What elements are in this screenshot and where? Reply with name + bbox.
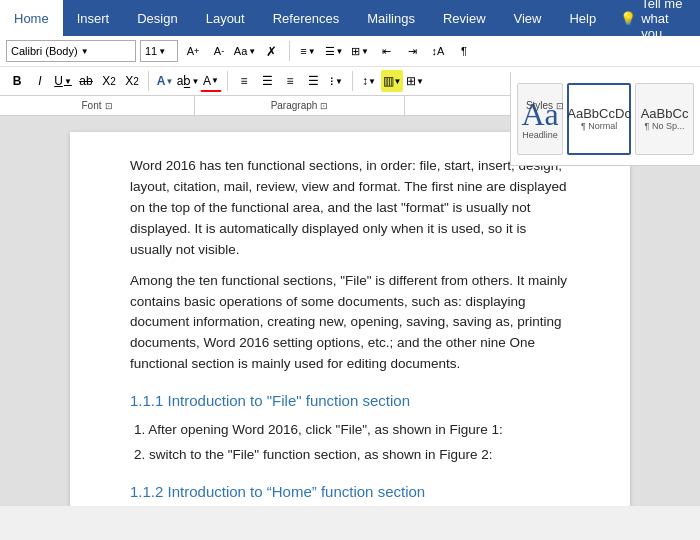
menu-tab-layout[interactable]: Layout: [192, 0, 259, 36]
headline-style[interactable]: Aa Headline: [517, 83, 563, 155]
text-highlight-button[interactable]: ab̲▼: [177, 70, 199, 92]
ribbon: Calibri (Body) ▼ 11 ▼ A+ A- Aa▼ ✗ ≡▼ ☰▼ …: [0, 36, 700, 116]
font-name-selector[interactable]: Calibri (Body) ▼: [6, 40, 136, 62]
menu-tab-design[interactable]: Design: [123, 0, 191, 36]
section-heading-1: 1.1.1 Introduction to "File" function se…: [130, 389, 570, 412]
tell-me-bar[interactable]: 💡 Tell me what you: [610, 0, 700, 36]
superscript-button[interactable]: X2: [121, 70, 143, 92]
paragraph-section-label[interactable]: Paragraph ⊡: [195, 96, 405, 115]
show-marks-button[interactable]: ¶: [453, 40, 475, 62]
font-color-button[interactable]: A▼: [200, 70, 222, 92]
shading-button[interactable]: ▥▼: [381, 70, 403, 92]
styles-section-label[interactable]: Styles ⊡: [405, 96, 685, 115]
spacing-group: ↕▼ ▥▼ ⊞▼: [358, 70, 426, 92]
paragraph-label-text: Paragraph: [271, 100, 318, 111]
decrease-indent-button[interactable]: ⇤: [375, 40, 397, 62]
sep3: [227, 71, 228, 91]
styles-panel: Aa Headline AaBbCcDc ¶ Normal AaBbCc ¶ N…: [510, 72, 700, 166]
menu-tab-view[interactable]: View: [500, 0, 556, 36]
paragraph-1: Word 2016 has ten functional sections, i…: [130, 156, 570, 261]
styles-expand-icon[interactable]: ⊡: [556, 101, 564, 111]
ribbon-row1: Calibri (Body) ▼ 11 ▼ A+ A- Aa▼ ✗ ≡▼ ☰▼ …: [0, 36, 700, 67]
font-label-text: Font: [81, 100, 101, 111]
underline-button[interactable]: U▼: [52, 70, 74, 92]
italic-button[interactable]: I: [29, 70, 51, 92]
text-effects-group: A▼ ab̲▼ A▼: [154, 70, 222, 92]
strikethrough-button[interactable]: ab: [75, 70, 97, 92]
menu-tab-insert[interactable]: Insert: [63, 0, 124, 36]
align-left-button[interactable]: ≡: [233, 70, 255, 92]
font-size-value: 11: [145, 45, 157, 57]
clear-format-button[interactable]: ✗: [260, 40, 282, 62]
text-effects-button[interactable]: A▼: [154, 70, 176, 92]
line-spacing-button[interactable]: ↕▼: [358, 70, 380, 92]
columns-button[interactable]: ⫶▼: [325, 70, 347, 92]
sep4: [352, 71, 353, 91]
bullet-list-button[interactable]: ≡▼: [297, 40, 319, 62]
paragraph-2: Among the ten functional sections, "File…: [130, 271, 570, 376]
border-button[interactable]: ⊞▼: [404, 70, 426, 92]
no-spacing-style-label: ¶ No Sp...: [645, 121, 685, 131]
font-name-dropdown-icon[interactable]: ▼: [81, 47, 89, 56]
align-group: ≡ ☰ ≡ ☰ ⫶▼: [233, 70, 347, 92]
menu-tab-home[interactable]: Home: [0, 0, 63, 36]
align-center-button[interactable]: ☰: [256, 70, 278, 92]
styles-label-text: Styles: [526, 100, 553, 111]
justify-button[interactable]: ☰: [302, 70, 324, 92]
format-group: B I U▼ ab X2 X2: [6, 70, 143, 92]
font-grow-button[interactable]: A+: [182, 40, 204, 62]
ribbon-sections: Font ⊡ Paragraph ⊡ Styles ⊡: [0, 95, 700, 115]
multilevel-list-button[interactable]: ⊞▼: [349, 40, 371, 62]
font-expand-icon[interactable]: ⊡: [105, 101, 113, 111]
headline-label: Headline: [522, 130, 558, 140]
font-shrink-button[interactable]: A-: [208, 40, 230, 62]
normal-style-label: ¶ Normal: [581, 121, 617, 131]
change-case-button[interactable]: Aa▼: [234, 40, 256, 62]
no-spacing-style[interactable]: AaBbCc ¶ No Sp...: [635, 83, 694, 155]
font-section-label[interactable]: Font ⊡: [0, 96, 195, 115]
menu-tab-review[interactable]: Review: [429, 0, 500, 36]
sep1: [289, 41, 290, 61]
paragraph-expand-icon[interactable]: ⊡: [320, 101, 328, 111]
sep2: [148, 71, 149, 91]
document-page[interactable]: Word 2016 has ten functional sections, i…: [70, 132, 630, 506]
font-size-dropdown-icon[interactable]: ▼: [158, 47, 166, 56]
menu-tab-mailings[interactable]: Mailings: [353, 0, 429, 36]
document-area[interactable]: Word 2016 has ten functional sections, i…: [0, 116, 700, 506]
section-heading-2: 1.1.2 Introduction to “Home” function se…: [130, 480, 570, 503]
font-name-value: Calibri (Body): [11, 45, 78, 57]
sort-button[interactable]: ↕A: [427, 40, 449, 62]
tell-me-text: Tell me what you: [641, 0, 690, 41]
menu-bar: Home Insert Design Layout References Mai…: [0, 0, 700, 36]
menu-tab-references[interactable]: References: [259, 0, 353, 36]
list-item-2: 2. switch to the "File" function section…: [134, 445, 570, 466]
align-right-button[interactable]: ≡: [279, 70, 301, 92]
numbered-list-button[interactable]: ☰▼: [323, 40, 345, 62]
list-item-1: 1. After opening Word 2016, click "File"…: [134, 420, 570, 441]
menu-tab-help[interactable]: Help: [555, 0, 610, 36]
subscript-button[interactable]: X2: [98, 70, 120, 92]
bold-button[interactable]: B: [6, 70, 28, 92]
normal-style[interactable]: AaBbCcDc ¶ Normal: [567, 83, 631, 155]
font-size-selector[interactable]: 11 ▼: [140, 40, 178, 62]
increase-indent-button[interactable]: ⇥: [401, 40, 423, 62]
lightbulb-icon: 💡: [620, 11, 636, 26]
